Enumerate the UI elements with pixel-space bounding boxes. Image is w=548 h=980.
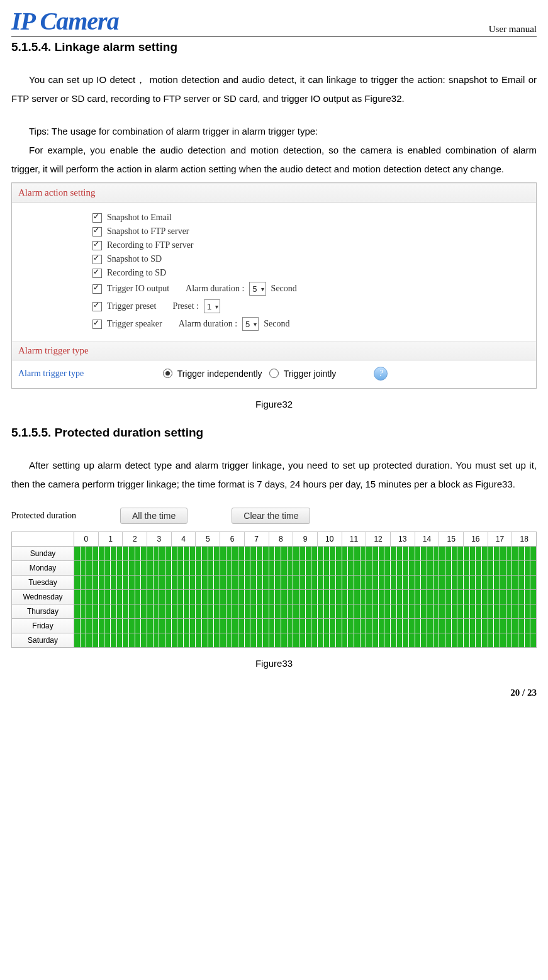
schedule-slot[interactable] bbox=[360, 590, 366, 604]
schedule-slot[interactable] bbox=[420, 590, 427, 604]
schedule-slot[interactable] bbox=[159, 561, 165, 575]
schedule-slot[interactable] bbox=[457, 619, 463, 633]
schedule-slot[interactable] bbox=[317, 590, 323, 604]
schedule-slot[interactable] bbox=[415, 547, 421, 560]
schedule-slot[interactable] bbox=[80, 604, 86, 618]
schedule-slot[interactable] bbox=[305, 590, 311, 604]
schedule-slot[interactable] bbox=[347, 561, 354, 575]
schedule-slot[interactable] bbox=[201, 590, 208, 604]
schedule-slot[interactable] bbox=[213, 590, 220, 604]
schedule-slot[interactable] bbox=[159, 619, 165, 633]
schedule-slot[interactable] bbox=[287, 604, 293, 618]
schedule-slot[interactable] bbox=[86, 619, 92, 633]
schedule-slot[interactable] bbox=[104, 590, 110, 604]
schedule-slot[interactable] bbox=[445, 576, 451, 589]
schedule-slot[interactable] bbox=[269, 590, 275, 604]
checkbox-recording-sd[interactable] bbox=[92, 269, 102, 278]
schedule-slot[interactable] bbox=[366, 561, 372, 575]
schedule-slot[interactable] bbox=[232, 633, 238, 647]
schedule-slot[interactable] bbox=[122, 604, 128, 618]
schedule-slot[interactable] bbox=[311, 561, 317, 575]
schedule-slot[interactable] bbox=[250, 590, 256, 604]
schedule-slot[interactable] bbox=[481, 604, 488, 618]
schedule-slot[interactable] bbox=[317, 576, 323, 589]
schedule-slot[interactable] bbox=[140, 547, 147, 560]
schedule-slot[interactable] bbox=[293, 561, 299, 575]
schedule-slot[interactable] bbox=[274, 590, 281, 604]
schedule-slot[interactable] bbox=[451, 590, 457, 604]
schedule-slot[interactable] bbox=[135, 576, 141, 589]
schedule-slot[interactable] bbox=[500, 576, 506, 589]
schedule-slot[interactable] bbox=[323, 547, 330, 560]
schedule-slot[interactable] bbox=[226, 576, 232, 589]
schedule-slot[interactable] bbox=[445, 590, 451, 604]
schedule-slot[interactable] bbox=[80, 619, 86, 633]
schedule-slot[interactable] bbox=[305, 576, 311, 589]
schedule-slot[interactable] bbox=[360, 619, 366, 633]
schedule-slot[interactable] bbox=[293, 619, 299, 633]
schedule-slot[interactable] bbox=[171, 619, 177, 633]
schedule-slot[interactable] bbox=[433, 547, 439, 560]
schedule-slot[interactable] bbox=[274, 633, 281, 647]
schedule-slot[interactable] bbox=[524, 561, 530, 575]
schedule-slot[interactable] bbox=[177, 633, 183, 647]
schedule-slot[interactable] bbox=[74, 561, 80, 575]
schedule-slot[interactable] bbox=[469, 576, 476, 589]
schedule-slot[interactable] bbox=[238, 547, 244, 560]
schedule-slot[interactable] bbox=[518, 576, 524, 589]
schedule-slot[interactable] bbox=[183, 547, 189, 560]
schedule-slot[interactable] bbox=[469, 604, 476, 618]
schedule-slot[interactable] bbox=[354, 576, 360, 589]
schedule-slot[interactable] bbox=[311, 547, 317, 560]
schedule-slot[interactable] bbox=[433, 590, 439, 604]
schedule-slot[interactable] bbox=[335, 576, 342, 589]
schedule-slot[interactable] bbox=[208, 590, 214, 604]
schedule-slot[interactable] bbox=[420, 604, 427, 618]
schedule-slot[interactable] bbox=[415, 619, 421, 633]
schedule-slot[interactable] bbox=[104, 576, 110, 589]
schedule-slot[interactable] bbox=[147, 576, 153, 589]
schedule-slot[interactable] bbox=[135, 619, 141, 633]
schedule-slot[interactable] bbox=[463, 547, 469, 560]
schedule-slot[interactable] bbox=[317, 604, 323, 618]
schedule-slot[interactable] bbox=[335, 561, 342, 575]
schedule-slot[interactable] bbox=[366, 604, 372, 618]
schedule-slot[interactable] bbox=[220, 590, 226, 604]
checkbox-snapshot-ftp[interactable] bbox=[92, 227, 102, 237]
schedule-slot[interactable] bbox=[445, 604, 451, 618]
schedule-slot[interactable] bbox=[171, 590, 177, 604]
schedule-slot[interactable] bbox=[384, 547, 390, 560]
schedule-slot[interactable] bbox=[153, 604, 159, 618]
schedule-slot[interactable] bbox=[360, 547, 366, 560]
schedule-slot[interactable] bbox=[226, 547, 232, 560]
schedule-slot[interactable] bbox=[378, 561, 384, 575]
schedule-slot[interactable] bbox=[74, 590, 80, 604]
schedule-slot[interactable] bbox=[518, 619, 524, 633]
schedule-slot[interactable] bbox=[269, 561, 275, 575]
schedule-slot[interactable] bbox=[420, 619, 427, 633]
schedule-slot[interactable] bbox=[524, 633, 530, 647]
schedule-slot[interactable] bbox=[384, 561, 390, 575]
schedule-slot[interactable] bbox=[189, 590, 196, 604]
schedule-slot[interactable] bbox=[475, 604, 481, 618]
schedule-slot[interactable] bbox=[153, 547, 159, 560]
schedule-slot[interactable] bbox=[153, 576, 159, 589]
schedule-slot[interactable] bbox=[323, 590, 330, 604]
schedule-slot[interactable] bbox=[463, 633, 469, 647]
schedule-slot[interactable] bbox=[201, 619, 208, 633]
schedule-slot[interactable] bbox=[342, 619, 348, 633]
schedule-slot[interactable] bbox=[226, 590, 232, 604]
schedule-slot[interactable] bbox=[213, 604, 220, 618]
schedule-slot[interactable] bbox=[457, 561, 463, 575]
schedule-slot[interactable] bbox=[518, 561, 524, 575]
schedule-slot[interactable] bbox=[445, 619, 451, 633]
schedule-slot[interactable] bbox=[475, 619, 481, 633]
schedule-slot[interactable] bbox=[201, 576, 208, 589]
schedule-slot[interactable] bbox=[329, 547, 335, 560]
schedule-slot[interactable] bbox=[299, 576, 305, 589]
schedule-slot[interactable] bbox=[481, 633, 488, 647]
schedule-slot[interactable] bbox=[372, 619, 378, 633]
schedule-slot[interactable] bbox=[116, 604, 123, 618]
schedule-slot[interactable] bbox=[493, 547, 500, 560]
schedule-slot[interactable] bbox=[384, 604, 390, 618]
